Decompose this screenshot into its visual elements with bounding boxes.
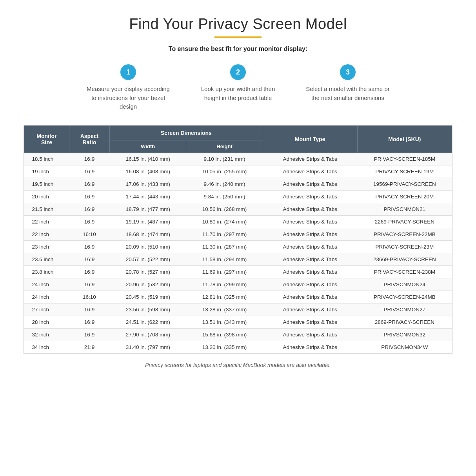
col-aspect-header: AspectRatio (69, 125, 109, 153)
cell-mount: Adhesive Strips & Tabs (263, 153, 357, 165)
cell-mount: Adhesive Strips & Tabs (263, 303, 357, 316)
col-height-header: Height (186, 140, 263, 153)
cell-aspect: 16:9 (69, 265, 109, 278)
table-row: 24 inch 16:10 20.45 in. (519 mm) 12.81 i… (24, 291, 452, 303)
cell-size: 21.5 inch (24, 203, 69, 215)
cell-size: 22 inch (24, 215, 69, 228)
cell-mount: Adhesive Strips & Tabs (263, 190, 357, 203)
cell-mount: Adhesive Strips & Tabs (263, 165, 357, 178)
col-screen-dimensions-header: Screen Dimensions (110, 125, 263, 140)
table-header-top: MonitorSize AspectRatio Screen Dimension… (24, 125, 452, 140)
cell-mount: Adhesive Strips & Tabs (263, 278, 357, 291)
cell-width: 20.09 in. (510 mm) (110, 240, 186, 253)
step-3-circle: 3 (340, 64, 356, 80)
steps-row: 1 Measure your display according to inst… (24, 64, 452, 111)
cell-mount: Adhesive Strips & Tabs (263, 316, 357, 328)
cell-size: 24 inch (24, 291, 69, 303)
cell-mount: Adhesive Strips & Tabs (263, 291, 357, 303)
cell-height: 12.81 in. (325 mm) (186, 291, 263, 303)
cell-aspect: 16:9 (69, 328, 109, 341)
step-1-text: Measure your display according to instru… (85, 85, 171, 111)
cell-aspect: 16:9 (69, 253, 109, 265)
cell-aspect: 16:9 (69, 215, 109, 228)
cell-mount: Adhesive Strips & Tabs (263, 240, 357, 253)
cell-size: 20 inch (24, 190, 69, 203)
cell-model: 19569-PRIVACY-SCREEN (357, 178, 452, 190)
cell-size: 22 inch (24, 228, 69, 240)
cell-height: 9.10 in. (231 mm) (186, 153, 263, 165)
step-2: 2 Look up your width and then height in … (195, 64, 281, 111)
table-row: 20 inch 16:9 17.44 in. (443 mm) 9.84 in.… (24, 190, 452, 203)
cell-mount: Adhesive Strips & Tabs (263, 265, 357, 278)
step-1: 1 Measure your display according to inst… (85, 64, 171, 111)
cell-aspect: 16:10 (69, 291, 109, 303)
cell-aspect: 16:9 (69, 203, 109, 215)
cell-height: 10.80 in. (274 mm) (186, 215, 263, 228)
cell-size: 27 inch (24, 303, 69, 316)
cell-width: 20.45 in. (519 mm) (110, 291, 186, 303)
cell-mount: Adhesive Strips & Tabs (263, 178, 357, 190)
cell-width: 20.78 in. (527 mm) (110, 265, 186, 278)
cell-size: 23.8 inch (24, 265, 69, 278)
step-3-text: Select a model with the same or the next… (305, 85, 391, 102)
cell-height: 13.20 in. (335 mm) (186, 341, 263, 353)
cell-width: 16.08 in. (408 mm) (110, 165, 186, 178)
cell-aspect: 16:9 (69, 178, 109, 190)
cell-width: 17.06 in. (433 mm) (110, 178, 186, 190)
cell-height: 9.46 in. (240 mm) (186, 178, 263, 190)
cell-model: PRIVACY-SCREEN-238M (357, 265, 452, 278)
cell-size: 32 inch (24, 328, 69, 341)
cell-mount: Adhesive Strips & Tabs (263, 228, 357, 240)
cell-height: 10.05 in. (255 mm) (186, 165, 263, 178)
cell-model: PRIVACY-SCREEN-22MB (357, 228, 452, 240)
cell-width: 20.96 in. (532 mm) (110, 278, 186, 291)
cell-aspect: 16:9 (69, 190, 109, 203)
cell-size: 19.5 inch (24, 178, 69, 190)
table-row: 22 inch 16:9 19.19 in. (487 mm) 10.80 in… (24, 215, 452, 228)
title-divider (214, 36, 262, 38)
cell-width: 18.68 in. (474 mm) (110, 228, 186, 240)
cell-model: 23669-PRIVACY-SCREEN (357, 253, 452, 265)
table-row: 23 inch 16:9 20.09 in. (510 mm) 11.30 in… (24, 240, 452, 253)
cell-height: 11.30 in. (287 mm) (186, 240, 263, 253)
table-row: 27 inch 16:9 23.56 in. (598 mm) 13.28 in… (24, 303, 452, 316)
cell-model: 2269-PRIVACY-SCREEN (357, 215, 452, 228)
cell-width: 31.40 in. (797 mm) (110, 341, 186, 353)
cell-width: 16.15 in. (410 mm) (110, 153, 186, 165)
cell-mount: Adhesive Strips & Tabs (263, 215, 357, 228)
cell-aspect: 16:9 (69, 303, 109, 316)
table-row: 28 inch 16:9 24.51 in. (622 mm) 13.51 in… (24, 316, 452, 328)
col-monitor-header: MonitorSize (24, 125, 69, 153)
cell-aspect: 16:9 (69, 316, 109, 328)
cell-aspect: 21:9 (69, 341, 109, 353)
step-2-circle: 2 (230, 64, 246, 80)
cell-height: 10.56 in. (268 mm) (186, 203, 263, 215)
subtitle: To ensure the best fit for your monitor … (24, 45, 452, 53)
table-body: 18.5 inch 16:9 16.15 in. (410 mm) 9.10 i… (24, 153, 452, 353)
page-title: Find Your Privacy Screen Model (24, 16, 452, 33)
cell-width: 18.79 in. (477 mm) (110, 203, 186, 215)
cell-height: 13.28 in. (337 mm) (186, 303, 263, 316)
cell-size: 19 inch (24, 165, 69, 178)
step-3: 3 Select a model with the same or the ne… (305, 64, 391, 111)
cell-model: PRIVSCNMON24 (357, 278, 452, 291)
cell-model: PRIVSCNMON21 (357, 203, 452, 215)
cell-model: PRIVSCNMON34W (357, 341, 452, 353)
cell-size: 23.6 inch (24, 253, 69, 265)
col-model-header: Model (SKU) (357, 125, 452, 153)
cell-size: 23 inch (24, 240, 69, 253)
cell-model: PRIVACY-SCREEN-23M (357, 240, 452, 253)
cell-aspect: 16:9 (69, 240, 109, 253)
footer-note: Privacy screens for laptops and specific… (24, 362, 452, 368)
cell-width: 24.51 in. (622 mm) (110, 316, 186, 328)
cell-model: PRIVSCNMON27 (357, 303, 452, 316)
cell-model: PRIVACY-SCREEN-185M (357, 153, 452, 165)
col-width-header: Width (110, 140, 186, 153)
cell-model: PRIVACY-SCREEN-19M (357, 165, 452, 178)
cell-height: 11.78 in. (299 mm) (186, 278, 263, 291)
cell-size: 24 inch (24, 278, 69, 291)
cell-aspect: 16:9 (69, 165, 109, 178)
cell-mount: Adhesive Strips & Tabs (263, 328, 357, 341)
cell-model: PRIVSCNMON32 (357, 328, 452, 341)
cell-aspect: 16:9 (69, 153, 109, 165)
